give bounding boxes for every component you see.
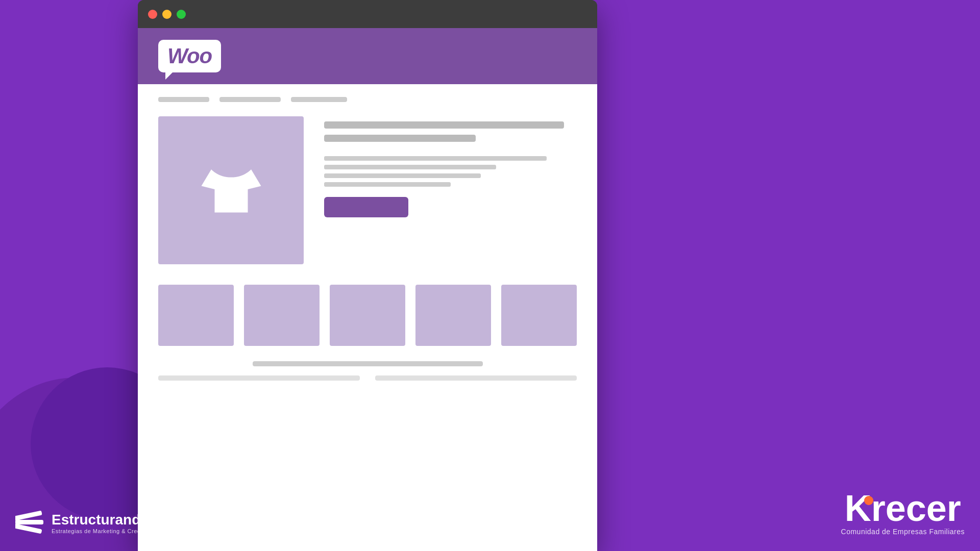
browser-content: Woo [138,28,597,551]
estructurando-brand: Estructurando [52,512,160,528]
related-product-5[interactable] [501,285,577,346]
estructurando-icon [15,511,43,536]
product-page [138,84,597,393]
footer-line-left [158,375,360,381]
krecer-tagline: Comunidad de Empresas Familiares [841,528,965,536]
woo-logo-box: Woo [158,40,221,72]
product-desc-1 [324,156,547,161]
product-desc-3 [324,173,481,178]
krecer-k-letter: K [845,490,871,527]
krecer-dot [864,496,873,505]
related-product-2[interactable] [244,285,320,346]
footer-line-right [375,375,577,381]
nav-item-3 [291,97,347,102]
related-product-4[interactable] [415,285,491,346]
product-image [158,116,304,264]
krecer-rest-text: recer [871,490,961,527]
tshirt-icon [198,156,264,224]
window-close-btn[interactable] [148,10,157,19]
svg-rect-2 [15,523,42,534]
nav-item-2 [219,97,281,102]
woo-logo-text: Woo [167,44,212,68]
product-price-placeholder [324,135,476,142]
estructurando-text: Estructurando Estrategias de Marketing &… [52,512,160,534]
footer-center-placeholder [253,361,483,366]
window-maximize-btn[interactable] [177,10,186,19]
browser-window: Woo [138,0,597,551]
woo-header: Woo [138,28,597,84]
related-product-3[interactable] [330,285,405,346]
product-info [324,116,577,264]
estructurando-logo: Estructurando Estrategias de Marketing &… [15,511,160,536]
svg-rect-0 [15,511,42,521]
product-desc-2 [324,165,496,169]
woo-logo-tail [165,72,173,80]
window-minimize-btn[interactable] [162,10,172,19]
krecer-logo: K recer Comunidad de Empresas Familiares [841,490,965,536]
nav-item-1 [158,97,209,102]
add-to-cart-button[interactable] [324,197,408,217]
product-section [158,116,577,264]
svg-rect-1 [15,520,43,524]
related-products [158,285,577,346]
footer-lines [158,375,577,381]
nav-placeholder [158,97,577,102]
estructurando-tagline: Estrategias de Marketing & Crecimiento [52,528,160,534]
product-desc-4 [324,182,451,187]
browser-titlebar [138,0,597,28]
krecer-brand: K recer [845,490,961,527]
woo-logo: Woo [158,40,221,72]
product-title-placeholder [324,121,564,129]
related-product-1[interactable] [158,285,234,346]
